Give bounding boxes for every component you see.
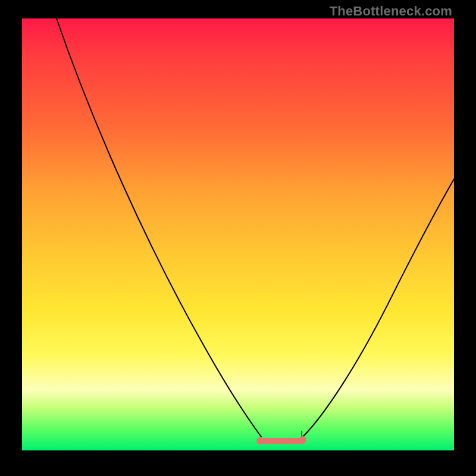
marker-dot-left: [256, 437, 264, 444]
watermark-text: TheBottleneck.com: [330, 4, 452, 19]
plot-area: [22, 18, 454, 450]
curve-layer: [22, 18, 454, 450]
curve-right-branch: [303, 179, 454, 437]
chart-frame: TheBottleneck.com: [0, 0, 476, 476]
curve-left-branch: [57, 18, 261, 437]
marker-dot-right: [299, 436, 306, 443]
